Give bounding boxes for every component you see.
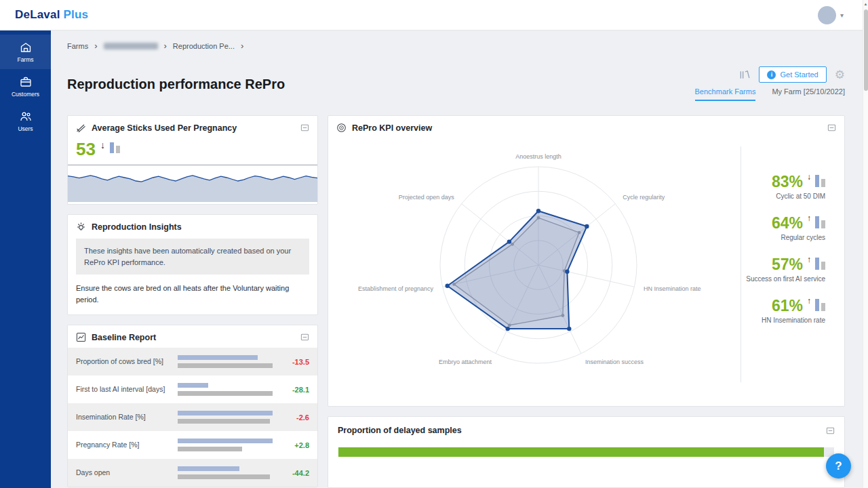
- baseline-row: Pregnancy Rate [%]+2.8: [68, 431, 317, 459]
- kpi-value-row: 83%↓: [772, 174, 825, 190]
- kpi-label: Cyclic at 50 DIM: [776, 192, 825, 200]
- chevron-right-icon: ›: [164, 41, 167, 50]
- farm-bar: [178, 411, 273, 415]
- baseline-row: Proportion of cows bred [%]-13.5: [68, 348, 317, 375]
- insights-note: These insights have been automatically c…: [76, 239, 309, 274]
- benchmark-bar: [821, 220, 825, 228]
- get-started-label: Get Started: [780, 70, 818, 79]
- farm-bar: [815, 216, 819, 228]
- kpi-value: 83%: [772, 174, 803, 190]
- baseline-row-bars: [178, 383, 279, 396]
- user-menu[interactable]: ▾: [818, 6, 844, 24]
- help-button[interactable]: ?: [826, 453, 851, 479]
- card-header: Proportion of delayed samples: [328, 417, 844, 441]
- kpi-item: 57%↑Success on first AI service: [746, 257, 825, 283]
- scrollbar[interactable]: ▲: [863, 0, 868, 488]
- sticks-value: 53: [76, 140, 96, 158]
- card-title: Proportion of delayed samples: [338, 426, 462, 435]
- report-icon[interactable]: [826, 426, 835, 435]
- farm-bar: [815, 175, 819, 187]
- baseline-rows: Proportion of cows bred [%]-13.5First to…: [68, 348, 317, 487]
- main-area: Farms››Reproduction Pe...› Reproduction …: [51, 30, 868, 488]
- sticks-sparkline: [68, 160, 317, 202]
- tab-benchmark-farms[interactable]: Benchmark Farms: [695, 87, 756, 101]
- info-icon: i: [767, 70, 776, 79]
- vertical-divider: [741, 146, 741, 382]
- radar-axis-label: Cycle regularity: [623, 194, 665, 201]
- benchmark-bar: [821, 262, 825, 270]
- radar-axis-label: Establishment of pregnancy: [358, 285, 434, 292]
- tab-my-farm-25-10-2022[interactable]: My Farm [25/10/2022]: [772, 87, 845, 101]
- benchmark-icon[interactable]: [738, 70, 751, 80]
- kpi-item: 64%↑Regular cycles: [772, 216, 825, 241]
- radar-axis-label: Insemination success: [585, 359, 644, 365]
- breadcrumb: Farms››Reproduction Pe...›: [67, 41, 243, 50]
- benchmark-bar: [178, 447, 242, 451]
- baseline-row-value: +2.8: [279, 441, 309, 449]
- card-header: Average Sticks Used Per Pregnancy: [68, 116, 317, 138]
- trend-down-icon: ↓: [807, 172, 811, 182]
- baseline-row-value: -28.1: [279, 386, 309, 394]
- kpi-value-row: 64%↑: [772, 216, 825, 231]
- mini-bars-icon: [815, 216, 825, 228]
- sidebar-item-label: Customers: [12, 91, 39, 98]
- users-icon: [19, 110, 33, 123]
- benchmark-bar: [821, 303, 825, 311]
- brand-logo[interactable]: DeLaval Plus: [15, 8, 88, 22]
- card-average-sticks: Average Sticks Used Per Pregnancy 53 ↓: [67, 115, 318, 205]
- radar-icon: [336, 123, 347, 133]
- breadcrumb-item-redacted[interactable]: [104, 43, 158, 49]
- breadcrumb-item[interactable]: Farms: [67, 42, 88, 50]
- trend-up-icon: ↑: [807, 296, 811, 306]
- card-title: RePro KPI overview: [352, 123, 432, 133]
- baseline-row: Days open-44.2: [68, 459, 317, 487]
- kpi-label: Success on first AI service: [746, 275, 825, 283]
- baseline-row: First to last AI interval [days]-28.1: [68, 375, 317, 403]
- baseline-row-label: Days open: [76, 468, 178, 478]
- radar-chart: Anoestrus lengthCycle regularityHN Insem…: [342, 136, 735, 394]
- farm-bar: [178, 383, 208, 388]
- left-column: Average Sticks Used Per Pregnancy 53 ↓ R…: [67, 115, 318, 488]
- delayed-bar-track: [338, 447, 834, 457]
- mini-bars-icon: [815, 175, 825, 187]
- benchmark-bar: [821, 179, 825, 187]
- sidebar-item-customers[interactable]: Customers: [0, 69, 51, 104]
- trend-up-icon: ↑: [807, 214, 811, 223]
- sidebar-item-farms[interactable]: Farms: [0, 35, 51, 69]
- get-started-button[interactable]: i Get Started: [759, 66, 826, 83]
- radar-axis-label: Projected open days: [399, 194, 455, 201]
- card-header: RePro KPI overview: [328, 116, 844, 138]
- card-header: Reproduction Insights: [68, 215, 317, 237]
- gear-icon[interactable]: ⚙: [835, 69, 845, 81]
- tabs: Benchmark FarmsMy Farm [25/10/2022]: [695, 87, 845, 101]
- benchmark-bar: [178, 363, 273, 368]
- scrollbar-thumb[interactable]: [864, 9, 868, 91]
- trend-icon: ↓: [100, 140, 105, 150]
- delayed-bar-fill: [338, 447, 824, 457]
- line-chart-icon: [76, 332, 86, 342]
- sidebar-item-users[interactable]: Users: [0, 104, 51, 138]
- mini-bars-icon: [815, 258, 825, 270]
- kpi-item: 83%↓Cyclic at 50 DIM: [772, 174, 825, 200]
- card-title: Reproduction Insights: [92, 222, 182, 232]
- header-controls: i Get Started ⚙: [738, 66, 845, 83]
- card-baseline-report: Baseline Report Proportion of cows bred …: [67, 325, 318, 487]
- kpi-value: 61%: [772, 298, 803, 314]
- report-icon[interactable]: [300, 123, 309, 132]
- report-icon[interactable]: [827, 123, 836, 132]
- kpi-value-row: 61%↑: [772, 298, 825, 314]
- baseline-row-value: -13.5: [279, 358, 309, 366]
- farm-bar: [178, 439, 273, 443]
- card-delayed-samples: Proportion of delayed samples: [328, 416, 845, 488]
- radar-axis-label: Embryo attachment: [439, 359, 492, 365]
- kpi-label: Regular cycles: [781, 234, 825, 241]
- baseline-row-label: Pregnancy Rate [%]: [76, 441, 178, 450]
- radar-axis-label: Anoestrus length: [515, 153, 561, 160]
- baseline-row-bars: [178, 355, 279, 368]
- breadcrumb-item[interactable]: Reproduction Pe...: [173, 42, 235, 50]
- chevron-down-icon: ▾: [840, 12, 844, 19]
- right-column: RePro KPI overview Anoestrus lengthCycle…: [328, 115, 845, 488]
- mini-bars-icon: [110, 142, 120, 153]
- report-icon[interactable]: [300, 333, 309, 342]
- farm-bar: [178, 466, 239, 471]
